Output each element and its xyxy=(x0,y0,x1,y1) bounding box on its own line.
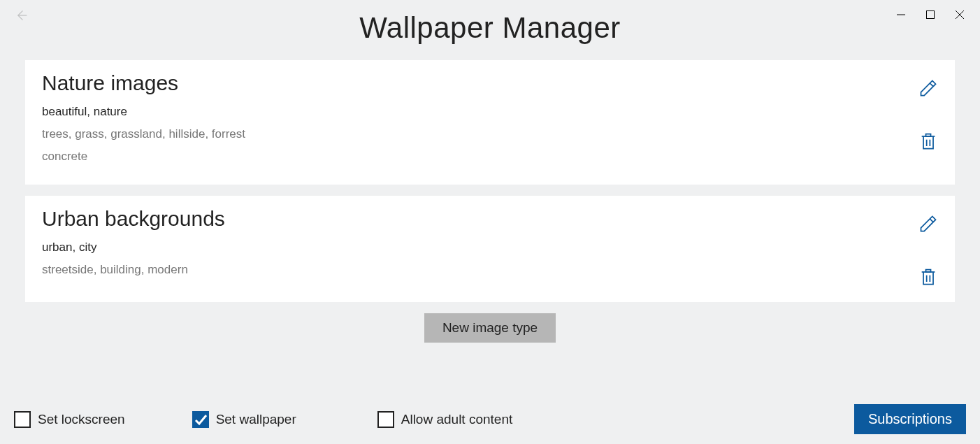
checkbox-label: Allow adult content xyxy=(401,412,513,427)
edit-button[interactable] xyxy=(918,78,938,101)
trash-icon xyxy=(918,277,938,289)
card-tags-primary: beautiful, nature xyxy=(42,105,918,119)
card-title: Urban backgrounds xyxy=(42,207,918,231)
svg-line-4 xyxy=(930,83,933,87)
subscriptions-button[interactable]: Subscriptions xyxy=(854,404,966,434)
checkbox-icon xyxy=(14,411,31,428)
svg-line-7 xyxy=(930,219,933,222)
card-tags-secondary: trees, grass, grassland, hillside, forre… xyxy=(42,127,918,141)
delete-button[interactable] xyxy=(918,131,938,154)
allow-adult-content-checkbox[interactable]: Allow adult content xyxy=(377,411,513,428)
app-title: Wallpaper Manager xyxy=(0,11,980,45)
back-button[interactable] xyxy=(14,8,31,25)
card-tags-tertiary: concrete xyxy=(42,150,918,164)
pencil-icon xyxy=(918,224,938,236)
checkbox-icon xyxy=(377,411,394,428)
svg-rect-1 xyxy=(927,11,935,19)
new-image-type-button[interactable]: New image type xyxy=(424,313,556,343)
maximize-button[interactable] xyxy=(925,10,935,22)
close-button[interactable] xyxy=(955,10,965,22)
image-type-card: Urban backgrounds urban, city streetside… xyxy=(25,196,955,302)
pencil-icon xyxy=(918,88,938,100)
trash-icon xyxy=(918,141,938,153)
checkbox-label: Set lockscreen xyxy=(38,412,125,427)
checkbox-icon xyxy=(192,411,209,428)
checkbox-label: Set wallpaper xyxy=(216,412,296,427)
delete-button[interactable] xyxy=(918,267,938,289)
set-lockscreen-checkbox[interactable]: Set lockscreen xyxy=(14,411,125,428)
card-tags-secondary: streetside, building, modern xyxy=(42,263,918,277)
card-tags-primary: urban, city xyxy=(42,241,918,255)
edit-button[interactable] xyxy=(918,214,938,236)
card-title: Nature images xyxy=(42,71,918,95)
image-type-card: Nature images beautiful, nature trees, g… xyxy=(25,60,955,185)
minimize-button[interactable] xyxy=(896,10,906,22)
set-wallpaper-checkbox[interactable]: Set wallpaper xyxy=(192,411,296,428)
